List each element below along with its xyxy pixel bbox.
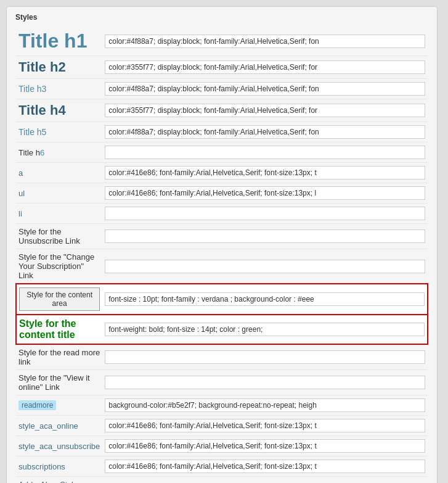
input-cell bbox=[102, 163, 428, 183]
h2-input[interactable] bbox=[105, 60, 425, 74]
table-row: li bbox=[16, 204, 428, 224]
title-h2-label: Title h2 bbox=[18, 59, 66, 75]
input-cell bbox=[102, 370, 428, 395]
change-subscription-input[interactable] bbox=[105, 260, 425, 273]
style-aca-online-label: style_aca_online bbox=[18, 421, 78, 431]
input-cell bbox=[102, 142, 428, 163]
label-cell: Title h2 bbox=[16, 56, 102, 79]
ul-input[interactable] bbox=[105, 186, 425, 200]
title-h5-label: Title h5 bbox=[18, 127, 46, 137]
table-row: Style for the "View it online" Link bbox=[16, 370, 428, 395]
label-cell: Style for the read more link bbox=[16, 344, 102, 370]
title-h3-label: Title h3 bbox=[18, 84, 46, 94]
label-cell: ul bbox=[16, 183, 102, 204]
label-cell: style_aca_unsubscribe bbox=[16, 436, 102, 456]
style-aca-unsubscribe-label: style_aca_unsubscribe bbox=[18, 442, 100, 451]
input-cell bbox=[102, 56, 428, 79]
label-cell: subscriptions bbox=[16, 456, 102, 477]
h4-input[interactable] bbox=[105, 104, 425, 117]
table-row: Title h6 bbox=[16, 142, 428, 163]
subscriptions-label: subscriptions bbox=[18, 462, 65, 471]
read-more-input[interactable] bbox=[105, 350, 425, 364]
title-h6-label: Title h6 bbox=[18, 148, 44, 157]
read-more-label: Style for the read more link bbox=[18, 348, 100, 366]
view-online-input[interactable] bbox=[105, 376, 425, 389]
input-cell bbox=[102, 249, 428, 284]
a-label: a bbox=[18, 168, 23, 178]
input-cell bbox=[102, 344, 428, 370]
view-online-label: Style for the "View it online" Link bbox=[18, 373, 90, 392]
label-cell: li bbox=[16, 204, 102, 224]
table-row: style_aca_unsubscribe bbox=[16, 436, 428, 456]
input-cell bbox=[102, 122, 428, 142]
h3-input[interactable] bbox=[105, 82, 425, 96]
table-row: Title h2 bbox=[16, 56, 428, 79]
table-row: readmore bbox=[16, 395, 428, 416]
table-row: Title h4 bbox=[16, 99, 428, 122]
readmore-badge: readmore bbox=[18, 400, 56, 410]
label-cell: Title h6 bbox=[16, 142, 102, 163]
input-cell bbox=[102, 224, 428, 249]
input-cell bbox=[102, 99, 428, 122]
title-h1-label: Title h1 bbox=[18, 30, 87, 52]
add-style-cell: Add a New Style bbox=[16, 477, 428, 484]
table-row: Title h3 bbox=[16, 79, 428, 99]
input-cell bbox=[102, 27, 428, 56]
content-area-input[interactable] bbox=[105, 292, 425, 306]
panel-title: Styles bbox=[15, 13, 428, 22]
unsubscribe-input[interactable] bbox=[105, 229, 425, 243]
input-cell bbox=[102, 183, 428, 204]
content-title-input[interactable] bbox=[105, 323, 425, 336]
label-cell: Style for the "Change Your Subscription"… bbox=[16, 249, 102, 284]
input-cell bbox=[102, 204, 428, 224]
h5-input[interactable] bbox=[105, 125, 425, 139]
table-row: style_aca_online bbox=[16, 416, 428, 436]
label-cell: Title h1 bbox=[16, 27, 102, 56]
styles-panel: Styles Title h1 Title h2 bbox=[6, 6, 438, 483]
table-row: Style for the read more link bbox=[16, 344, 428, 370]
table-row: ul bbox=[16, 183, 428, 204]
styles-table: Title h1 Title h2 Title h3 bbox=[15, 27, 428, 483]
label-cell: Style for the Unsubscribe Link bbox=[16, 224, 102, 249]
input-cell bbox=[102, 79, 428, 99]
label-cell: Title h5 bbox=[16, 122, 102, 142]
content-area-row: Style for the content area bbox=[16, 284, 428, 315]
h1-input[interactable] bbox=[105, 35, 425, 48]
table-row: subscriptions bbox=[16, 456, 428, 477]
input-cell bbox=[102, 456, 428, 477]
title-h4-label: Title h4 bbox=[18, 102, 66, 118]
content-title-label-cell: Style for the content title bbox=[16, 315, 102, 344]
style-aca-online-input[interactable] bbox=[105, 419, 425, 432]
li-input[interactable] bbox=[105, 207, 425, 220]
label-cell: Style for the "View it online" Link bbox=[16, 370, 102, 395]
label-cell: Title h3 bbox=[16, 79, 102, 99]
content-title-label: Style for the content title bbox=[19, 318, 76, 340]
content-area-label-cell: Style for the content area bbox=[16, 284, 102, 315]
label-cell: a bbox=[16, 163, 102, 183]
content-title-input-cell bbox=[102, 315, 428, 344]
label-cell: Title h4 bbox=[16, 99, 102, 122]
add-new-style-link[interactable]: Add a New Style bbox=[18, 480, 78, 483]
ul-label: ul bbox=[18, 189, 25, 198]
input-cell bbox=[102, 416, 428, 436]
content-title-row: Style for the content title bbox=[16, 315, 428, 344]
input-cell bbox=[102, 436, 428, 456]
table-row: Title h5 bbox=[16, 122, 428, 142]
table-row: a bbox=[16, 163, 428, 183]
label-cell: readmore bbox=[16, 395, 102, 416]
content-area-input-cell bbox=[102, 284, 428, 315]
style-aca-unsubscribe-input[interactable] bbox=[105, 439, 425, 453]
table-row: Style for the "Change Your Subscription"… bbox=[16, 249, 428, 284]
change-subscription-label: Style for the "Change Your Subscription"… bbox=[18, 252, 94, 280]
readmore-input[interactable] bbox=[105, 398, 425, 412]
li-label: li bbox=[18, 209, 22, 218]
label-cell: style_aca_online bbox=[16, 416, 102, 436]
add-style-row: Add a New Style bbox=[16, 477, 428, 484]
a-input[interactable] bbox=[105, 166, 425, 180]
table-row: Style for the Unsubscribe Link bbox=[16, 224, 428, 249]
content-area-button[interactable]: Style for the content area bbox=[19, 287, 100, 311]
unsubscribe-label: Style for the Unsubscribe Link bbox=[18, 227, 80, 246]
subscriptions-input[interactable] bbox=[105, 460, 425, 473]
table-row: Title h1 bbox=[16, 27, 428, 56]
h6-input[interactable] bbox=[105, 146, 425, 159]
